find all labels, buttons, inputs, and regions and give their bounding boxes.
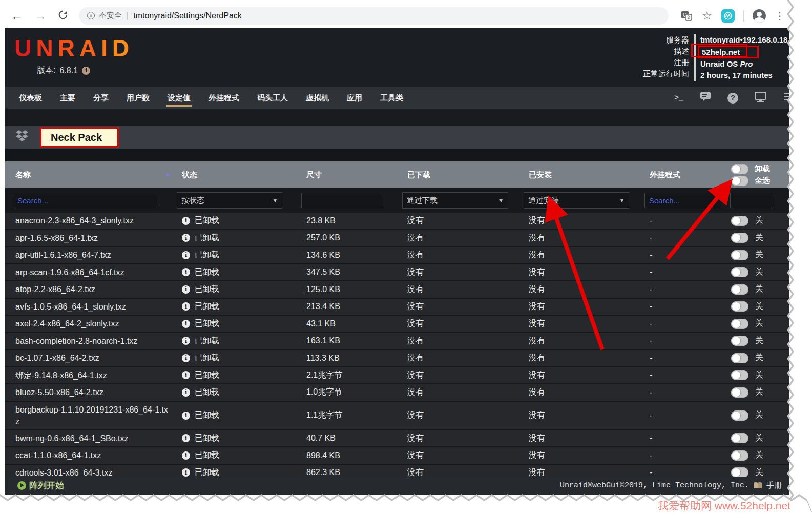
info-icon[interactable]: i (182, 371, 190, 379)
tab-9[interactable]: 应用 (346, 88, 363, 108)
col-header-size[interactable]: 尺寸 (301, 170, 402, 180)
tab-6[interactable]: 外挂程式 (207, 88, 240, 108)
torn-edge-right (787, 0, 812, 514)
manual-book-icon (753, 482, 762, 489)
package-downloaded: 没有 (402, 408, 524, 423)
info-icon[interactable]: i (182, 468, 190, 477)
package-size: 23.8 KB (301, 214, 402, 228)
tab-8[interactable]: 虚拟机 (305, 88, 330, 108)
table-row: axel-2.4-x86_64-2_slonly.txz i已卸载 43.1 K… (5, 316, 789, 333)
col-header-status[interactable]: 状态 (177, 170, 301, 180)
translate-icon[interactable]: G文 (680, 10, 693, 22)
table-row: apr-util-1.6.1-x86_64-7.txz i已卸载 134.6 K… (5, 247, 789, 264)
package-installed: 没有 (524, 316, 644, 331)
uninstall-all-toggle[interactable] (731, 164, 748, 174)
package-downloaded: 没有 (402, 248, 524, 262)
page-info-icon[interactable]: i (87, 12, 95, 19)
size-filter-input[interactable] (301, 193, 383, 208)
info-icon[interactable]: i (182, 234, 190, 242)
package-installed: 没有 (524, 299, 644, 314)
info-icon[interactable]: i (182, 320, 190, 328)
info-icon[interactable]: i (182, 268, 190, 276)
profile-avatar[interactable] (753, 9, 766, 23)
filter-row: 按状态▼ 通过下载▼ 通过安装▼ (5, 188, 789, 213)
feedback-icon[interactable] (700, 92, 711, 104)
col-header-downloaded[interactable]: 已下载 (402, 170, 524, 180)
browser-reload-button[interactable] (57, 9, 69, 23)
bookmark-star-icon[interactable]: ☆ (702, 9, 712, 23)
package-install-toggle[interactable] (731, 233, 748, 243)
package-status: i已卸载 (177, 334, 301, 348)
browser-menu-icon[interactable]: ⋮ (775, 10, 785, 22)
tab-5[interactable]: 设定值 (166, 88, 192, 108)
col-header-name[interactable]: 名称▲ (10, 170, 177, 180)
tab-2[interactable]: 主要 (59, 88, 76, 108)
extra-filter-input[interactable] (730, 193, 774, 208)
terminal-icon[interactable]: >_ (674, 94, 683, 102)
clipped-icon[interactable] (783, 92, 789, 104)
package-downloaded: 没有 (402, 231, 524, 245)
info-icon[interactable]: i (182, 217, 190, 225)
toggle-state-label: 关 (755, 301, 763, 312)
display-icon[interactable] (755, 92, 766, 104)
package-size: 1.1兆字节 (301, 408, 402, 423)
browser-forward-button[interactable]: → (34, 10, 47, 22)
toggle-state-label: 关 (755, 450, 763, 461)
package-install-toggle[interactable] (731, 450, 748, 461)
installed-filter-select[interactable]: 通过安装▼ (524, 192, 629, 209)
package-install-toggle[interactable] (731, 353, 748, 363)
browser-back-button[interactable]: ← (11, 10, 23, 22)
info-icon[interactable]: i (182, 388, 190, 397)
package-install-toggle[interactable] (731, 301, 748, 312)
spacer (5, 149, 789, 161)
package-installed: 没有 (524, 334, 644, 348)
package-install-toggle[interactable] (731, 387, 748, 398)
package-install-toggle[interactable] (731, 370, 748, 380)
tab-3[interactable]: 分享 (92, 88, 110, 108)
downloaded-filter-select[interactable]: 通过下载▼ (402, 192, 508, 209)
package-size: 40.7 KB (301, 431, 402, 445)
package-install-toggle[interactable] (731, 250, 748, 260)
package-name: bash-completion-2.8-noarch-1.txz (10, 333, 177, 349)
info-icon[interactable]: i (182, 451, 190, 460)
package-install-toggle[interactable] (731, 284, 748, 295)
package-status: i已卸载 (177, 431, 301, 446)
table-row: anacron-2.3-x86_64-3_slonly.txz i已卸载 23.… (5, 213, 789, 230)
extension-icon[interactable] (721, 9, 735, 23)
info-icon[interactable]: i (182, 285, 190, 294)
help-icon[interactable]: ? (727, 93, 738, 104)
package-size: 213.4 KB (301, 300, 402, 313)
tab-10[interactable]: 工具类 (379, 88, 404, 108)
unraid-webgui: UNRAID 版本: 6.8.1 i 服务器 描述 注册 正常运行时间 tmto… (5, 28, 789, 495)
col-header-installed[interactable]: 已安装 (524, 170, 644, 180)
package-install-toggle[interactable] (731, 467, 748, 477)
package-install-toggle[interactable] (731, 267, 748, 277)
select-all-toggle[interactable] (731, 176, 748, 186)
package-name: anacron-2.3-x86_64-3_slonly.txz (10, 213, 177, 229)
package-plugin: - (644, 300, 730, 313)
col-header-plugin[interactable]: 外挂程式 (644, 170, 730, 180)
info-icon[interactable]: i (182, 354, 190, 362)
package-install-toggle[interactable] (731, 433, 748, 443)
tab-1[interactable]: 仪表板 (18, 88, 43, 108)
status-filter-select[interactable]: 按状态▼ (177, 192, 282, 209)
tab-4[interactable]: 用户数 (126, 88, 151, 108)
name-search-input[interactable] (13, 193, 157, 208)
manual-link[interactable]: 手册 (766, 481, 782, 490)
plugin-search-input[interactable] (644, 193, 721, 208)
version-info-icon[interactable]: i (82, 67, 90, 75)
package-installed: 没有 (524, 351, 644, 365)
package-install-toggle[interactable] (731, 410, 748, 421)
package-name: borgbackup-1.1.10.20191231-x86_64-1.txz (10, 402, 177, 429)
tab-7[interactable]: 码头工人 (256, 88, 289, 108)
info-icon[interactable]: i (182, 337, 190, 345)
screenshot-canvas: ← → i 不安全 | tmtonyraid/Settings/NerdPack… (0, 0, 812, 514)
info-icon[interactable]: i (182, 251, 190, 259)
info-icon[interactable]: i (182, 302, 190, 311)
info-icon[interactable]: i (182, 412, 190, 420)
package-install-toggle[interactable] (731, 336, 748, 346)
info-icon[interactable]: i (182, 434, 190, 442)
package-install-toggle[interactable] (731, 319, 748, 329)
address-bar[interactable]: i 不安全 | tmtonyraid/Settings/NerdPack (79, 7, 669, 25)
package-install-toggle[interactable] (731, 216, 748, 226)
